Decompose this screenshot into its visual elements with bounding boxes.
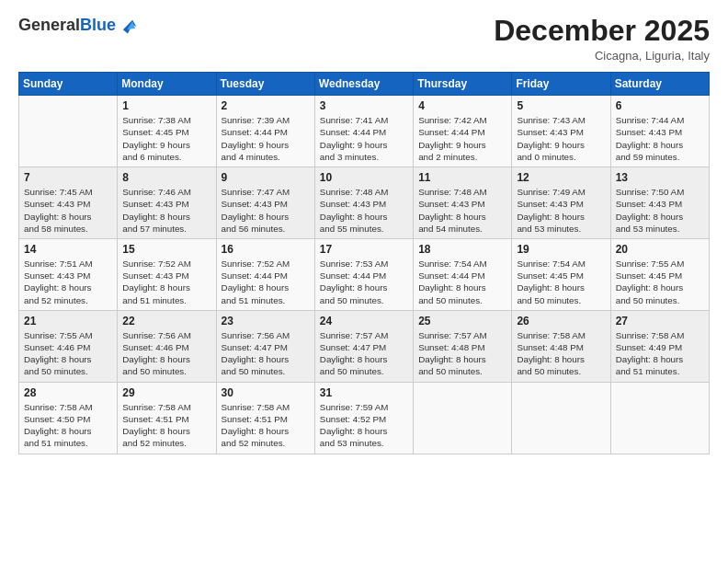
calendar-day-23: 23Sunrise: 7:56 AM Sunset: 4:47 PM Dayli… bbox=[216, 310, 314, 382]
calendar-table: SundayMondayTuesdayWednesdayThursdayFrid… bbox=[18, 72, 710, 454]
day-info: Sunrise: 7:52 AM Sunset: 4:43 PM Dayligh… bbox=[122, 258, 210, 306]
day-header-saturday: Saturday bbox=[610, 73, 709, 96]
calendar-day-28: 28Sunrise: 7:58 AM Sunset: 4:50 PM Dayli… bbox=[19, 382, 118, 454]
day-number: 27 bbox=[616, 315, 704, 327]
calendar-day-20: 20Sunrise: 7:55 AM Sunset: 4:45 PM Dayli… bbox=[610, 238, 709, 310]
calendar-week-3: 14Sunrise: 7:51 AM Sunset: 4:43 PM Dayli… bbox=[19, 238, 710, 310]
day-number: 17 bbox=[320, 243, 408, 256]
day-info: Sunrise: 7:58 AM Sunset: 4:49 PM Dayligh… bbox=[616, 329, 704, 378]
day-info: Sunrise: 7:56 AM Sunset: 4:46 PM Dayligh… bbox=[122, 329, 210, 378]
day-number: 22 bbox=[122, 315, 210, 327]
calendar-header: SundayMondayTuesdayWednesdayThursdayFrid… bbox=[19, 73, 710, 96]
calendar-day-18: 18Sunrise: 7:54 AM Sunset: 4:44 PM Dayli… bbox=[414, 238, 512, 310]
day-info: Sunrise: 7:56 AM Sunset: 4:47 PM Dayligh… bbox=[222, 329, 310, 378]
day-number: 2 bbox=[222, 99, 310, 112]
day-number: 15 bbox=[122, 243, 210, 256]
calendar-day-22: 22Sunrise: 7:56 AM Sunset: 4:46 PM Dayli… bbox=[118, 310, 216, 382]
calendar-day-1: 1Sunrise: 7:38 AM Sunset: 4:45 PM Daylig… bbox=[118, 96, 216, 167]
day-number: 7 bbox=[24, 171, 112, 184]
calendar-day-14: 14Sunrise: 7:51 AM Sunset: 4:43 PM Dayli… bbox=[19, 238, 118, 310]
day-number: 30 bbox=[222, 386, 310, 399]
calendar-day-10: 10Sunrise: 7:48 AM Sunset: 4:43 PM Dayli… bbox=[314, 167, 413, 239]
location-subtitle: Cicagna, Liguria, Italy bbox=[494, 49, 710, 63]
day-number: 8 bbox=[122, 171, 210, 184]
day-info: Sunrise: 7:53 AM Sunset: 4:44 PM Dayligh… bbox=[320, 258, 408, 306]
day-info: Sunrise: 7:58 AM Sunset: 4:50 PM Dayligh… bbox=[24, 401, 112, 450]
empty-cell bbox=[414, 382, 512, 454]
calendar-week-1: 1Sunrise: 7:38 AM Sunset: 4:45 PM Daylig… bbox=[19, 96, 710, 167]
day-info: Sunrise: 7:57 AM Sunset: 4:48 PM Dayligh… bbox=[418, 329, 506, 378]
calendar-day-4: 4Sunrise: 7:42 AM Sunset: 4:44 PM Daylig… bbox=[414, 96, 512, 167]
day-number: 3 bbox=[320, 99, 408, 112]
calendar-day-5: 5Sunrise: 7:43 AM Sunset: 4:43 PM Daylig… bbox=[512, 96, 610, 167]
day-info: Sunrise: 7:58 AM Sunset: 4:48 PM Dayligh… bbox=[517, 329, 605, 378]
calendar-day-21: 21Sunrise: 7:55 AM Sunset: 4:46 PM Dayli… bbox=[19, 310, 118, 382]
day-number: 13 bbox=[616, 171, 704, 184]
calendar-day-16: 16Sunrise: 7:52 AM Sunset: 4:44 PM Dayli… bbox=[216, 238, 314, 310]
day-number: 6 bbox=[616, 99, 704, 112]
day-info: Sunrise: 7:47 AM Sunset: 4:43 PM Dayligh… bbox=[222, 186, 310, 235]
calendar-body: 1Sunrise: 7:38 AM Sunset: 4:45 PM Daylig… bbox=[19, 96, 710, 454]
day-number: 24 bbox=[320, 315, 408, 327]
day-info: Sunrise: 7:43 AM Sunset: 4:43 PM Dayligh… bbox=[517, 114, 605, 163]
day-header-sunday: Sunday bbox=[19, 73, 118, 96]
day-header-thursday: Thursday bbox=[414, 73, 512, 96]
calendar-day-26: 26Sunrise: 7:58 AM Sunset: 4:48 PM Dayli… bbox=[512, 310, 610, 382]
calendar-day-2: 2Sunrise: 7:39 AM Sunset: 4:44 PM Daylig… bbox=[216, 96, 314, 167]
day-info: Sunrise: 7:59 AM Sunset: 4:52 PM Dayligh… bbox=[320, 401, 408, 450]
day-header-wednesday: Wednesday bbox=[314, 73, 413, 96]
day-info: Sunrise: 7:48 AM Sunset: 4:43 PM Dayligh… bbox=[418, 186, 506, 235]
logo-general: GeneralBlue bbox=[18, 17, 116, 35]
day-info: Sunrise: 7:51 AM Sunset: 4:43 PM Dayligh… bbox=[24, 258, 112, 306]
day-number: 29 bbox=[122, 386, 210, 399]
title-block: December 2025 Cicagna, Liguria, Italy bbox=[494, 15, 710, 63]
day-info: Sunrise: 7:52 AM Sunset: 4:44 PM Dayligh… bbox=[222, 258, 310, 306]
calendar-day-6: 6Sunrise: 7:44 AM Sunset: 4:43 PM Daylig… bbox=[610, 96, 709, 167]
calendar-day-8: 8Sunrise: 7:46 AM Sunset: 4:43 PM Daylig… bbox=[118, 167, 216, 239]
calendar-day-30: 30Sunrise: 7:58 AM Sunset: 4:51 PM Dayli… bbox=[216, 382, 314, 454]
day-info: Sunrise: 7:58 AM Sunset: 4:51 PM Dayligh… bbox=[222, 401, 310, 450]
day-number: 11 bbox=[418, 171, 506, 184]
day-header-friday: Friday bbox=[512, 73, 610, 96]
day-info: Sunrise: 7:44 AM Sunset: 4:43 PM Dayligh… bbox=[616, 114, 704, 163]
day-header-tuesday: Tuesday bbox=[216, 73, 314, 96]
day-info: Sunrise: 7:46 AM Sunset: 4:43 PM Dayligh… bbox=[122, 186, 210, 235]
calendar-day-13: 13Sunrise: 7:50 AM Sunset: 4:43 PM Dayli… bbox=[610, 167, 709, 239]
day-number: 4 bbox=[418, 99, 506, 112]
day-info: Sunrise: 7:45 AM Sunset: 4:43 PM Dayligh… bbox=[24, 186, 112, 235]
day-info: Sunrise: 7:55 AM Sunset: 4:45 PM Dayligh… bbox=[616, 258, 704, 306]
empty-cell bbox=[19, 96, 118, 167]
day-number: 28 bbox=[24, 386, 112, 399]
day-info: Sunrise: 7:41 AM Sunset: 4:44 PM Dayligh… bbox=[320, 114, 408, 163]
empty-cell bbox=[610, 382, 709, 454]
day-info: Sunrise: 7:48 AM Sunset: 4:43 PM Dayligh… bbox=[320, 186, 408, 235]
empty-cell bbox=[512, 382, 610, 454]
calendar-day-31: 31Sunrise: 7:59 AM Sunset: 4:52 PM Dayli… bbox=[314, 382, 413, 454]
calendar-day-25: 25Sunrise: 7:57 AM Sunset: 4:48 PM Dayli… bbox=[414, 310, 512, 382]
calendar-day-27: 27Sunrise: 7:58 AM Sunset: 4:49 PM Dayli… bbox=[610, 310, 709, 382]
calendar-day-24: 24Sunrise: 7:57 AM Sunset: 4:47 PM Dayli… bbox=[314, 310, 413, 382]
day-number: 23 bbox=[222, 315, 310, 327]
day-number: 25 bbox=[418, 315, 506, 327]
calendar-week-2: 7Sunrise: 7:45 AM Sunset: 4:43 PM Daylig… bbox=[19, 167, 710, 239]
calendar-day-29: 29Sunrise: 7:58 AM Sunset: 4:51 PM Dayli… bbox=[118, 382, 216, 454]
day-number: 14 bbox=[24, 243, 112, 256]
day-number: 9 bbox=[222, 171, 310, 184]
day-info: Sunrise: 7:42 AM Sunset: 4:44 PM Dayligh… bbox=[418, 114, 506, 163]
day-info: Sunrise: 7:54 AM Sunset: 4:44 PM Dayligh… bbox=[418, 258, 506, 306]
day-number: 31 bbox=[320, 386, 408, 399]
calendar-day-12: 12Sunrise: 7:49 AM Sunset: 4:43 PM Dayli… bbox=[512, 167, 610, 239]
calendar-day-3: 3Sunrise: 7:41 AM Sunset: 4:44 PM Daylig… bbox=[314, 96, 413, 167]
header: GeneralBlue December 2025 Cicagna, Ligur… bbox=[18, 15, 710, 63]
day-number: 26 bbox=[517, 315, 605, 327]
days-of-week-row: SundayMondayTuesdayWednesdayThursdayFrid… bbox=[19, 73, 710, 96]
day-info: Sunrise: 7:54 AM Sunset: 4:45 PM Dayligh… bbox=[517, 258, 605, 306]
day-info: Sunrise: 7:49 AM Sunset: 4:43 PM Dayligh… bbox=[517, 186, 605, 235]
day-number: 18 bbox=[418, 243, 506, 256]
day-number: 21 bbox=[24, 315, 112, 327]
calendar-day-17: 17Sunrise: 7:53 AM Sunset: 4:44 PM Dayli… bbox=[314, 238, 413, 310]
calendar-day-15: 15Sunrise: 7:52 AM Sunset: 4:43 PM Dayli… bbox=[118, 238, 216, 310]
day-number: 1 bbox=[122, 99, 210, 112]
day-info: Sunrise: 7:55 AM Sunset: 4:46 PM Dayligh… bbox=[24, 329, 112, 378]
calendar-week-5: 28Sunrise: 7:58 AM Sunset: 4:50 PM Dayli… bbox=[19, 382, 710, 454]
